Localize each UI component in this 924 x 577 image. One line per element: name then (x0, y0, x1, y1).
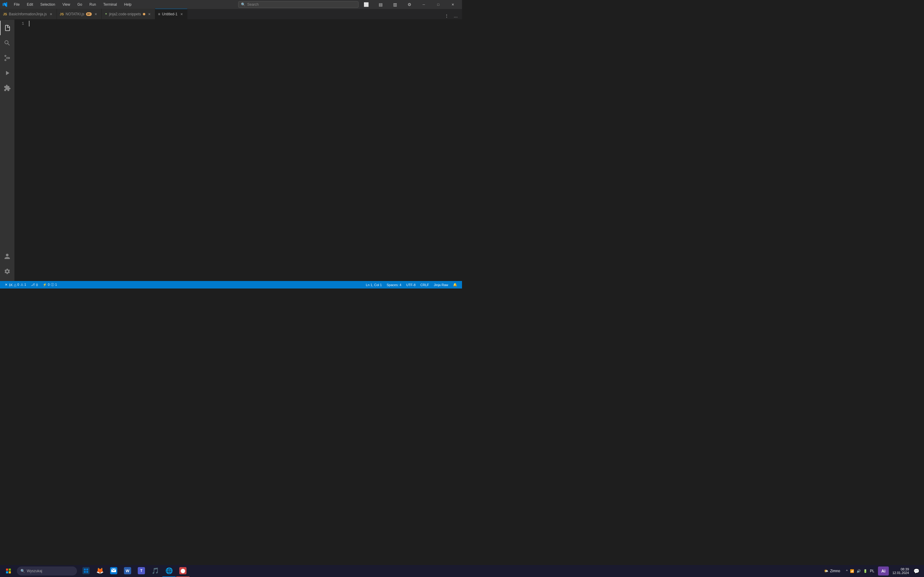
status-errors-count: 1K (9, 283, 13, 287)
status-right: Ln 1, Col 1 Spaces: 4 UTF-8 CRLF Jinja R… (363, 281, 460, 288)
main-area: 1 (0, 19, 462, 281)
tab-notatki-label: NOTATKI.js (66, 12, 84, 16)
js-file-icon: JS (3, 12, 7, 16)
status-spaces[interactable]: Spaces: 4 (384, 281, 404, 288)
tab-jinja2-label: jinja2.code-snippets (109, 12, 141, 16)
tab-notatki-close[interactable]: × (94, 12, 99, 16)
branch-icon: ⎇ (31, 283, 35, 287)
layout-panel-button[interactable]: ▥ (388, 0, 402, 9)
activity-extensions[interactable] (0, 81, 15, 95)
titlebar-left: File Edit Selection View Go Run Terminal… (2, 1, 237, 8)
notification-bell-icon: 🔔 (453, 283, 457, 287)
line-number-1: 1 (15, 21, 24, 26)
status-language[interactable]: Jinja Raw (431, 281, 451, 288)
tab-untitled-label: Untitled-1 (162, 12, 178, 16)
jinja-file-icon: ✦ (105, 12, 107, 16)
activity-bar-bottom (0, 249, 15, 281)
menu-edit[interactable]: Edit (24, 1, 36, 8)
search-placeholder-text: Search (247, 2, 258, 6)
status-remote-text: ✕ (5, 283, 8, 287)
tab-basicinfo-label: BasicInformationJinja.js (9, 12, 47, 16)
js-file-icon-2: JS (60, 12, 64, 16)
status-bar: ✕ 1K △ 0 ⚠ 1 ⎇ 0 ⚡ 0 ⓘ 1 Ln 1, Col 1 Spa… (0, 281, 462, 288)
menu-run[interactable]: Run (87, 1, 99, 8)
tabs-bar: JS BasicInformationJinja.js × JS NOTATKI… (0, 9, 462, 19)
layout-sidebar-button[interactable]: ⬜ (359, 0, 373, 9)
activity-accounts[interactable] (0, 249, 15, 264)
status-encoding[interactable]: UTF-8 (404, 281, 418, 288)
layout-activity-button[interactable]: ▤ (373, 0, 388, 9)
editor-area[interactable]: 1 (15, 19, 462, 281)
activity-settings[interactable] (0, 264, 15, 279)
tab-untitled-close[interactable]: × (179, 12, 184, 16)
status-notifications[interactable]: ⚡ 0 ⓘ 1 (40, 281, 59, 288)
maximize-button[interactable]: □ (431, 0, 445, 9)
tab-jinja2-modified-dot (143, 13, 145, 15)
status-warnings-icon: △ 0 (14, 283, 19, 287)
status-position-text: Ln 1, Col 1 (366, 283, 382, 287)
tab-basicinfo[interactable]: JS BasicInformationJinja.js × (0, 9, 57, 19)
menu-terminal[interactable]: Terminal (101, 1, 119, 8)
titlebar-controls: ⬜ ▤ ▥ ⚙ ─ □ ✕ (359, 0, 460, 9)
line-numbers: 1 (15, 19, 26, 26)
menu-help[interactable]: Help (122, 1, 134, 8)
status-bell[interactable]: 🔔 (451, 281, 460, 288)
menu-file[interactable]: File (11, 1, 22, 8)
status-position[interactable]: Ln 1, Col 1 (363, 281, 384, 288)
tab-basicinfo-close[interactable]: × (49, 12, 53, 16)
bell-icon: ⚡ 0 (43, 283, 50, 287)
tab-notatki[interactable]: JS NOTATKI.js 9+ × (57, 9, 102, 19)
layout-customize-button[interactable]: ⚙ (402, 0, 416, 9)
text-cursor (29, 21, 29, 26)
editor-content[interactable] (26, 19, 462, 281)
status-encoding-text: UTF-8 (406, 283, 415, 287)
status-source-control[interactable]: ⎇ 0 (29, 281, 40, 288)
status-info-icon: ⚠ 1 (21, 283, 26, 287)
status-eol[interactable]: CRLF (418, 281, 431, 288)
status-branch-text: 0 (36, 283, 38, 287)
activity-bar (0, 19, 15, 281)
menu-selection[interactable]: Selection (38, 1, 57, 8)
activity-source-control[interactable] (0, 51, 15, 65)
status-eol-text: CRLF (420, 283, 429, 287)
plain-file-icon: ≡ (158, 12, 160, 16)
tab-notatki-badge: 9+ (86, 12, 91, 16)
menu-view[interactable]: View (60, 1, 73, 8)
activity-run-debug[interactable] (0, 66, 15, 80)
vscode-logo-icon (2, 2, 8, 7)
cursor-line (29, 21, 462, 26)
titlebar: File Edit Selection View Go Run Terminal… (0, 0, 462, 9)
global-search-bar[interactable]: 🔍 Search (238, 1, 359, 8)
more-actions-button[interactable]: … (452, 13, 460, 19)
tab-jinja2-close[interactable]: × (147, 12, 152, 16)
tab-jinja2[interactable]: ✦ jinja2.code-snippets × (102, 9, 155, 19)
tab-actions: ⋮ … (440, 13, 462, 19)
menu-go[interactable]: Go (75, 1, 84, 8)
status-language-text: Jinja Raw (434, 283, 448, 287)
status-remote[interactable]: ✕ 1K △ 0 ⚠ 1 (2, 281, 29, 288)
search-icon: 🔍 (241, 2, 246, 6)
activity-explorer[interactable] (0, 21, 15, 35)
info-count: ⓘ 1 (51, 282, 57, 287)
minimize-button[interactable]: ─ (417, 0, 431, 9)
split-editor-button[interactable]: ⋮ (443, 13, 451, 19)
close-button[interactable]: ✕ (446, 0, 460, 9)
tab-untitled[interactable]: ≡ Untitled-1 × (155, 9, 187, 19)
activity-search[interactable] (0, 36, 15, 50)
status-spaces-text: Spaces: 4 (386, 283, 401, 287)
